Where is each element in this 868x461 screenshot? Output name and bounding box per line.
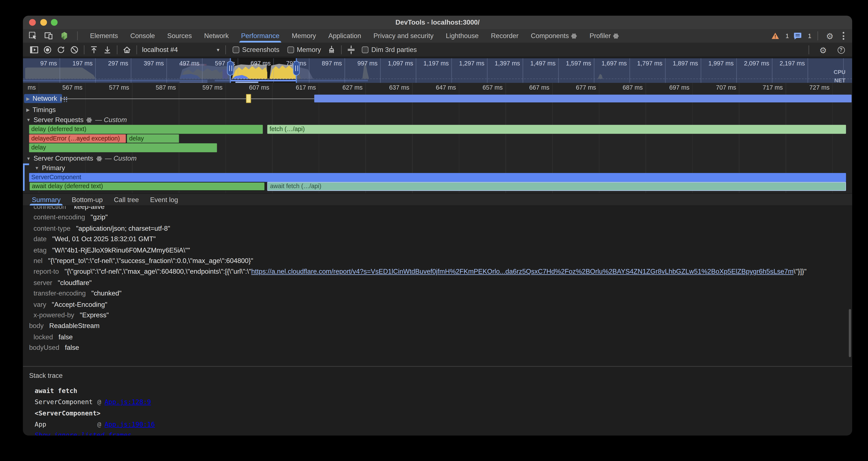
flame-bar[interactable]: delay: [127, 134, 179, 143]
network-track-header[interactable]: ▶ Network: [26, 94, 57, 103]
response-properties-list: connection"keep-alive"content-encoding"g…: [23, 206, 852, 353]
load-profile-icon[interactable]: [88, 44, 99, 55]
record-icon[interactable]: [42, 44, 53, 55]
details-tab-bar: SummaryBottom-upCall treeEvent log: [23, 193, 852, 206]
screenshots-checkbox[interactable]: Screenshots: [232, 46, 279, 54]
network-request-bar[interactable]: [314, 94, 851, 103]
timings-track-header[interactable]: ▶ Timings: [26, 105, 56, 114]
flame-bar[interactable]: delay: [29, 143, 217, 152]
server-requests-label: Server Requests: [34, 116, 84, 124]
server-requests-header[interactable]: ▼ Server Requests — Custom: [26, 115, 127, 124]
extension-gem-icon[interactable]: [59, 30, 70, 41]
time-tick-label: 587 ms: [132, 84, 179, 91]
time-tick-label: 2,197 ms: [771, 60, 807, 66]
tab-components[interactable]: Components: [525, 29, 584, 42]
property-row: date"Wed, 01 Oct 2025 18:32:01 GMT": [23, 234, 852, 245]
history-dropdown[interactable]: localhost #4 ▼: [140, 45, 222, 55]
time-tick-label: ms: [23, 84, 39, 91]
flame-bar[interactable]: ServerComponent: [29, 173, 846, 182]
property-key: date: [34, 235, 46, 243]
tab-performance[interactable]: Performance: [235, 29, 285, 42]
toolbar-right: ⚙ ?: [806, 44, 848, 55]
tab-summary[interactable]: Summary: [26, 194, 66, 205]
inspect-element-icon[interactable]: [27, 30, 38, 41]
tab-label: Network: [204, 32, 229, 40]
flame-bar[interactable]: await fetch (…/api): [267, 182, 846, 191]
tab-call-tree[interactable]: Call tree: [108, 194, 144, 205]
tab-elements[interactable]: Elements: [84, 29, 124, 42]
clear-icon[interactable]: [69, 44, 80, 55]
expanded-triangle-icon: ▼: [35, 166, 39, 171]
time-tick-label: 687 ms: [599, 84, 646, 91]
flame-bar[interactable]: delayedError (…ayed exception): [29, 134, 126, 143]
tab-label: Profiler: [589, 32, 611, 40]
property-value: ReadableStream: [49, 322, 99, 330]
collapsed-triangle-icon: ▶: [26, 107, 30, 112]
tab-label: Performance: [241, 32, 280, 40]
network-request-whisker: [60, 98, 314, 99]
separator: [817, 31, 818, 40]
property-value: "W/\"4b1-RjEJloX9kRinu6F0MAZMmy6E5iA\"": [52, 246, 190, 254]
time-tick-label: 1,897 ms: [665, 60, 700, 66]
network-request-block[interactable]: [246, 94, 251, 103]
primary-group-header[interactable]: ▼ Primary: [35, 163, 65, 172]
screenshots-label: Screenshots: [242, 46, 280, 54]
custom-track-suffix: — Custom: [95, 116, 127, 124]
flame-bar[interactable]: delay (deferred text): [29, 125, 263, 134]
separator: [225, 45, 226, 54]
tab-console[interactable]: Console: [124, 29, 161, 42]
separator: [77, 31, 78, 40]
tab-application[interactable]: Application: [322, 29, 367, 42]
cpu-track-label: CPU: [834, 69, 845, 75]
tab-network[interactable]: Network: [198, 29, 235, 42]
selection-handle-left[interactable]: [227, 61, 234, 76]
show-ignore-listed-frames-link[interactable]: Show ignore-listed frames: [35, 431, 131, 435]
more-options-icon[interactable]: [839, 30, 848, 41]
memory-checkbox[interactable]: Memory: [287, 46, 321, 54]
live-metrics-home-icon[interactable]: [121, 44, 132, 55]
tab-bottom-up[interactable]: Bottom-up: [66, 194, 108, 205]
summary-pane[interactable]: connection"keep-alive"content-encoding"g…: [23, 206, 852, 435]
timeline-overview[interactable]: 97 ms197 ms297 ms397 ms497 ms597 ms697 m…: [23, 58, 852, 83]
frame-function-name: ServerComponent: [35, 397, 97, 408]
selection-handle-right[interactable]: [293, 61, 300, 76]
tab-bar-icons: [27, 30, 81, 41]
tab-event-log[interactable]: Event log: [144, 194, 183, 205]
property-key: server: [34, 279, 52, 287]
dim-3rd-parties-checkbox[interactable]: Dim 3rd parties: [362, 46, 417, 54]
tab-profiler[interactable]: Profiler: [584, 29, 625, 42]
time-tick-label: 567 ms: [39, 84, 86, 91]
property-value: "keep-alive": [71, 206, 107, 210]
warning-icon[interactable]: [770, 30, 781, 41]
toggle-sidebar-icon[interactable]: [29, 44, 40, 55]
frame-source-link[interactable]: App.js:128:9: [104, 398, 151, 406]
device-toolbar-icon[interactable]: [43, 30, 54, 41]
tab-recorder[interactable]: Recorder: [485, 29, 525, 42]
frame-source-link[interactable]: App.js:190:16: [104, 420, 155, 428]
collect-garbage-icon[interactable]: [326, 44, 337, 55]
flame-chart[interactable]: ms567 ms577 ms587 ms597 ms607 ms617 ms62…: [23, 83, 852, 193]
save-profile-icon[interactable]: [102, 44, 113, 55]
capture-settings-gear-icon[interactable]: ⚙: [817, 44, 829, 55]
settings-gear-icon[interactable]: ⚙: [824, 30, 835, 41]
tab-memory[interactable]: Memory: [285, 29, 322, 42]
time-tick-label: 577 ms: [86, 84, 133, 91]
record-and-reload-icon[interactable]: [55, 44, 66, 55]
time-tick-label: 697 ms: [646, 84, 693, 91]
server-requests-row-3: delay: [23, 143, 852, 152]
flame-bar[interactable]: await delay (deferred text): [29, 182, 265, 191]
tab-sources[interactable]: Sources: [161, 29, 198, 42]
report-url-link[interactable]: https://a.nel.cloudflare.com/report/v4?s…: [251, 268, 794, 276]
compress-track-icon[interactable]: [346, 44, 357, 55]
property-key: vary: [34, 300, 46, 308]
drag-handle-icon[interactable]: [63, 96, 68, 102]
tab-lighthouse[interactable]: Lighthouse: [439, 29, 485, 42]
custom-track-suffix: — Custom: [105, 154, 136, 163]
scrollbar-thumb[interactable]: [849, 309, 851, 357]
server-components-row-1: ServerComponent: [23, 173, 852, 182]
help-icon[interactable]: ?: [835, 44, 846, 55]
tab-privacy-and-security[interactable]: Privacy and security: [367, 29, 440, 42]
server-components-header[interactable]: ▼ Server Components — Custom: [26, 154, 137, 163]
issues-chat-icon[interactable]: [792, 30, 803, 41]
flame-bar[interactable]: fetch (…/api): [267, 125, 846, 134]
